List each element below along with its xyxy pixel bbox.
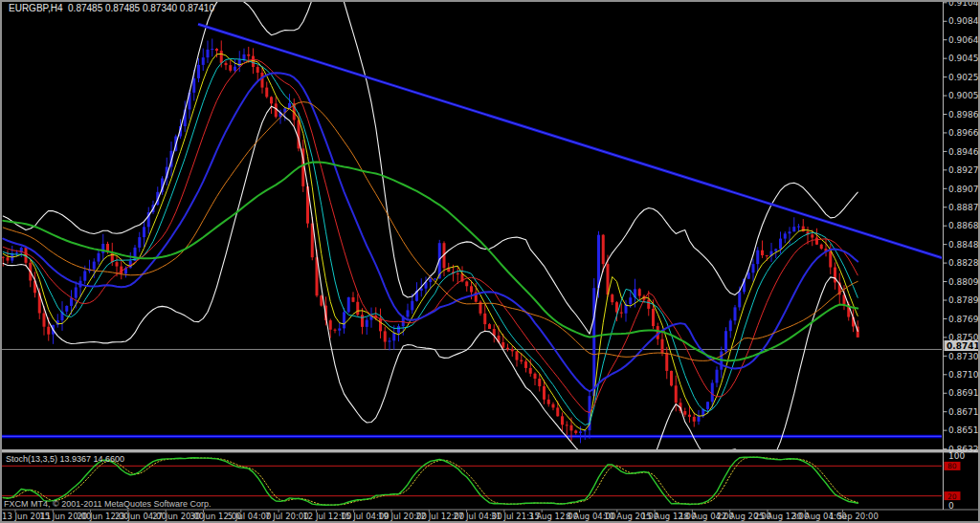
price-tick-label: 0.90250 <box>948 73 980 82</box>
chart-background <box>0 0 980 523</box>
mt4-chart-window: 0.910400.908400.906450.904500.902500.900… <box>0 0 980 523</box>
price-tick-label: 0.89270 <box>948 165 980 175</box>
price-tick-label: 0.90055 <box>948 91 980 100</box>
price-tick-label: 0.88285 <box>948 258 980 268</box>
current-price-value: 0.87410 <box>947 341 980 351</box>
price-tick-label: 0.89660 <box>948 128 980 138</box>
price-tick-label: 0.90840 <box>948 16 980 26</box>
price-tick-label: 0.90645 <box>948 35 980 45</box>
price-tick-label: 0.89860 <box>948 110 980 120</box>
price-tick-label: 0.89070 <box>948 185 980 194</box>
stoch-axis-min: 0 <box>948 501 954 511</box>
price-tick-label: 0.87890 <box>948 295 980 305</box>
price-tick-label: 0.88875 <box>948 203 980 212</box>
price-tick-label: 0.86515 <box>948 425 980 435</box>
price-tick-label: 0.87695 <box>948 315 980 324</box>
price-tick-label: 0.88480 <box>948 240 980 250</box>
price-tick-label: 0.86910 <box>948 388 980 398</box>
price-tick-label: 0.89465 <box>948 147 980 157</box>
price-tick-label: 0.88680 <box>948 221 980 230</box>
price-tick-label: 0.88090 <box>948 277 980 287</box>
price-tick-label: 0.87105 <box>948 370 980 380</box>
time-axis: 13 Jun 201115 Jun 20:0020 Jun 12:0023 Ju… <box>2 510 879 521</box>
price-tick-label: 0.90450 <box>948 54 980 63</box>
price-tick-label: 0.86710 <box>948 407 980 417</box>
pane-splitter[interactable] <box>0 449 980 452</box>
stoch-level-value: 80 <box>947 462 957 470</box>
price-tick-label: 0.87300 <box>948 352 980 361</box>
stoch-axis-max: 100 <box>948 451 965 461</box>
time-tick-label: 1 Sep 20:00 <box>830 512 879 521</box>
stoch-level-value: 20 <box>947 492 957 501</box>
chart-canvas[interactable]: 0.910400.908400.906450.904500.902500.900… <box>0 0 980 523</box>
